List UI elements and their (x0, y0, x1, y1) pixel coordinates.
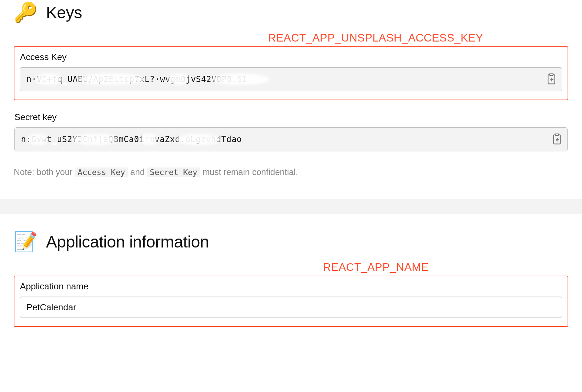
memo-icon: 📝 (14, 232, 38, 251)
svg-rect-3 (555, 134, 559, 136)
note-access-key-chip: Access Key (75, 168, 128, 177)
app-name-env-callout: REACT_APP_NAME (323, 261, 568, 274)
access-key-highlight-box: Access Key n·VC+tq_UABU/Ap2ELtcp7xL?·wvg… (14, 46, 568, 100)
note-suffix: must remain confidential. (202, 167, 298, 177)
confidentiality-note: Note: both your Access Key and Secret Ke… (14, 167, 568, 177)
app-name-label: Application name (20, 281, 562, 292)
clipboard-icon (552, 134, 562, 145)
secret-key-block: Secret key n:Gvwt_uS2Y2Cnf(aQBmCa0irmvaZ… (14, 112, 568, 151)
copy-access-key-button[interactable] (546, 73, 557, 85)
access-key-field[interactable]: n·VC+tq_UABU/Ap2ELtcp7xL?·wvgm0jvS42V0P0… (20, 67, 562, 91)
app-info-heading-text: Application information (46, 232, 209, 251)
note-prefix: Note: both your (14, 167, 72, 177)
note-secret-key-chip: Secret Key (147, 168, 200, 177)
clipboard-icon (546, 73, 557, 85)
app-info-heading: 📝 Application information (14, 232, 568, 251)
app-name-highlight-box: Application name (14, 276, 568, 327)
keys-heading-text: Keys (46, 3, 82, 22)
keys-section: 🔑 Keys REACT_APP_UNSPLASH_ACCESS_KEY Acc… (0, 0, 582, 199)
secret-key-label: Secret key (14, 112, 568, 123)
key-icon: 🔑 (14, 3, 38, 22)
keys-heading: 🔑 Keys (14, 3, 568, 22)
access-key-label: Access Key (20, 52, 562, 62)
access-key-env-callout: REACT_APP_UNSPLASH_ACCESS_KEY (268, 32, 568, 44)
copy-secret-key-button[interactable] (551, 133, 562, 146)
svg-rect-1 (550, 74, 553, 76)
app-info-section: 📝 Application information REACT_APP_NAME… (0, 214, 582, 327)
section-separator (0, 199, 582, 214)
note-mid: and (130, 167, 145, 177)
app-name-input[interactable] (20, 297, 562, 318)
secret-key-field[interactable]: n:Gvwt_uS2Y2Cnf(aQBmCa0irmvaZxd.oLgzvhdT… (14, 127, 568, 151)
